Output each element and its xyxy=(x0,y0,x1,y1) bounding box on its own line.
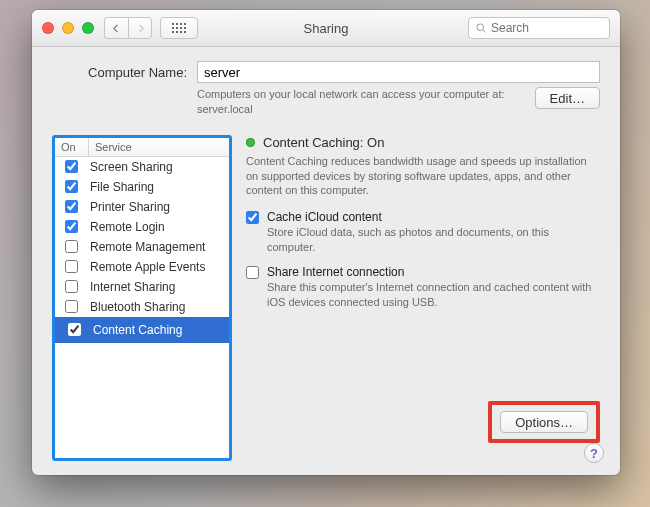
computer-name-hint: Computers on your local network can acce… xyxy=(197,87,535,117)
back-button[interactable] xyxy=(104,17,128,39)
services-header: On Service xyxy=(55,138,229,157)
option-title: Cache iCloud content xyxy=(267,210,600,224)
forward-button[interactable] xyxy=(128,17,152,39)
service-label: File Sharing xyxy=(90,180,154,194)
service-toggle[interactable] xyxy=(65,180,78,193)
computer-name-label: Computer Name: xyxy=(52,65,187,80)
close-icon[interactable] xyxy=(42,22,54,34)
service-toggle[interactable] xyxy=(65,240,78,253)
service-row-remote-apple-events[interactable]: Remote Apple Events xyxy=(55,257,229,277)
titlebar: Sharing xyxy=(32,10,620,47)
window-controls xyxy=(42,22,94,34)
service-label: Printer Sharing xyxy=(90,200,170,214)
edit-button[interactable]: Edit… xyxy=(535,87,600,109)
share-internet-option: Share Internet connection Share this com… xyxy=(246,265,600,310)
highlight-marker-options: Options… xyxy=(488,401,600,443)
status-description: Content Caching reduces bandwidth usage … xyxy=(246,154,600,199)
service-toggle[interactable] xyxy=(65,220,78,233)
hint-line-1: Computers on your local network can acce… xyxy=(197,88,505,100)
service-label: Internet Sharing xyxy=(90,280,175,294)
services-body: Screen Sharing File Sharing Printer Shar… xyxy=(55,157,229,458)
search-field[interactable] xyxy=(468,17,610,39)
service-toggle[interactable] xyxy=(65,280,78,293)
services-list: On Service Screen Sharing File Sharing P… xyxy=(52,135,232,461)
service-toggle[interactable] xyxy=(68,323,81,336)
service-toggle[interactable] xyxy=(65,260,78,273)
nav-buttons xyxy=(104,17,152,39)
computer-name-row: Computer Name: xyxy=(52,61,600,83)
service-toggle[interactable] xyxy=(65,160,78,173)
status-row: Content Caching: On xyxy=(246,135,600,150)
service-row-screen-sharing[interactable]: Screen Sharing xyxy=(55,157,229,177)
service-row-printer-sharing[interactable]: Printer Sharing xyxy=(55,197,229,217)
status-title: Content Caching: On xyxy=(263,135,384,150)
share-internet-text: Share Internet connection Share this com… xyxy=(267,265,600,310)
grid-icon xyxy=(172,23,186,33)
option-subtitle: Store iCloud data, such as photos and do… xyxy=(267,225,600,255)
panels: On Service Screen Sharing File Sharing P… xyxy=(52,135,600,461)
service-label: Screen Sharing xyxy=(90,160,173,174)
chevron-left-icon xyxy=(112,24,121,33)
cache-icloud-option: Cache iCloud content Store iCloud data, … xyxy=(246,210,600,255)
zoom-icon[interactable] xyxy=(82,22,94,34)
service-toggle[interactable] xyxy=(65,300,78,313)
service-row-content-caching[interactable]: Content Caching xyxy=(55,317,229,343)
service-row-remote-management[interactable]: Remote Management xyxy=(55,237,229,257)
service-label: Content Caching xyxy=(93,323,182,337)
service-toggle[interactable] xyxy=(65,200,78,213)
highlight-marker: Content Caching xyxy=(55,317,229,343)
sharing-preferences-window: Sharing Computer Name: Computers on your… xyxy=(32,10,620,475)
service-row-remote-login[interactable]: Remote Login xyxy=(55,217,229,237)
option-title: Share Internet connection xyxy=(267,265,600,279)
header-on: On xyxy=(55,138,89,156)
share-internet-checkbox[interactable] xyxy=(246,266,259,279)
service-label: Bluetooth Sharing xyxy=(90,300,185,314)
help-button[interactable]: ? xyxy=(584,443,604,463)
header-service: Service xyxy=(89,138,229,156)
search-icon xyxy=(475,22,487,34)
computer-name-input[interactable] xyxy=(197,61,600,83)
cache-icloud-checkbox[interactable] xyxy=(246,211,259,224)
service-row-file-sharing[interactable]: File Sharing xyxy=(55,177,229,197)
computer-name-hint-row: Computers on your local network can acce… xyxy=(52,87,600,117)
service-detail: Content Caching: On Content Caching redu… xyxy=(246,135,600,461)
cache-icloud-text: Cache iCloud content Store iCloud data, … xyxy=(267,210,600,255)
svg-line-1 xyxy=(483,30,486,33)
svg-point-0 xyxy=(477,24,484,31)
option-subtitle: Share this computer's Internet connectio… xyxy=(267,280,600,310)
show-all-button[interactable] xyxy=(160,17,198,39)
chevron-right-icon xyxy=(136,24,145,33)
window-body: Computer Name: Computers on your local n… xyxy=(32,47,620,475)
search-input[interactable] xyxy=(491,21,603,35)
service-row-internet-sharing[interactable]: Internet Sharing xyxy=(55,277,229,297)
minimize-icon[interactable] xyxy=(62,22,74,34)
hint-line-2: server.local xyxy=(197,103,253,115)
service-label: Remote Login xyxy=(90,220,165,234)
service-label: Remote Apple Events xyxy=(90,260,205,274)
status-led-icon xyxy=(246,138,255,147)
service-label: Remote Management xyxy=(90,240,205,254)
options-button[interactable]: Options… xyxy=(500,411,588,433)
service-row-bluetooth-sharing[interactable]: Bluetooth Sharing xyxy=(55,297,229,317)
